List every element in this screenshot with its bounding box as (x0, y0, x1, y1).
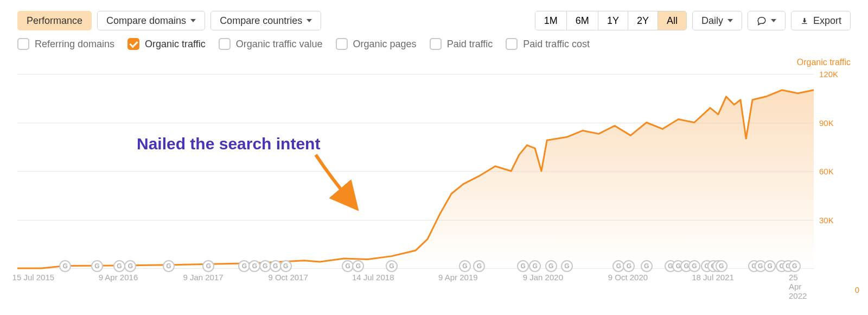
checkbox-icon (506, 38, 518, 50)
metric-label: Paid traffic cost (523, 39, 590, 50)
annotation-arrow-icon (310, 152, 365, 212)
granularity-dropdown[interactable]: Daily (692, 11, 742, 30)
metric-label: Paid traffic (447, 39, 493, 50)
compare-countries-dropdown[interactable]: Compare countries (210, 11, 321, 30)
range-6m[interactable]: 6M (567, 11, 598, 30)
export-label: Export (813, 15, 841, 27)
y-tick-label: 0 (855, 285, 859, 294)
metric-label: Organic pages (353, 39, 417, 50)
metric-label: Referring domains (35, 39, 114, 50)
x-tick-label: 9 Jan 2020 (523, 273, 563, 282)
toolbar-right: 1M6M1Y2YAll Daily Export (535, 11, 851, 30)
performance-tab[interactable]: Performance (17, 11, 92, 30)
checkbox-icon (336, 38, 348, 50)
x-tick-label: 9 Oct 2017 (268, 273, 308, 282)
x-tick-label: 9 Apr 2019 (438, 273, 478, 282)
x-axis: 15 Jul 20159 Apr 20169 Jan 20179 Oct 201… (17, 273, 814, 286)
y-tick-label: 30K (819, 215, 846, 224)
compare-countries-label: Compare countries (220, 15, 302, 27)
compare-domains-dropdown[interactable]: Compare domains (97, 11, 205, 30)
range-1m[interactable]: 1M (535, 11, 567, 30)
export-button[interactable]: Export (791, 11, 851, 30)
toolbar: Performance Compare domains Compare coun… (17, 11, 851, 30)
series-line (17, 74, 814, 268)
metric-referring-domains[interactable]: Referring domains (17, 38, 114, 50)
metric-organic-traffic[interactable]: Organic traffic (127, 38, 206, 50)
metric-organic-pages[interactable]: Organic pages (336, 38, 417, 50)
metric-label: Organic traffic value (236, 39, 323, 50)
chevron-down-icon (727, 19, 733, 22)
metric-toggles: Referring domainsOrganic trafficOrganic … (17, 38, 851, 50)
chevron-down-icon (307, 19, 312, 22)
x-tick-label: 18 Jul 2021 (692, 273, 734, 282)
y-tick-label: 120K (819, 70, 846, 79)
x-tick-label: 9 Apr 2016 (99, 273, 138, 282)
range-2y[interactable]: 2Y (628, 11, 658, 30)
metric-paid-traffic-cost[interactable]: Paid traffic cost (506, 38, 590, 50)
y-tick-label: 90K (819, 118, 846, 127)
metric-organic-traffic-value[interactable]: Organic traffic value (219, 38, 323, 50)
x-tick-label: 14 Jul 2018 (352, 273, 394, 282)
metric-paid-traffic[interactable]: Paid traffic (430, 38, 493, 50)
checkbox-icon (17, 38, 29, 50)
checkbox-icon (219, 38, 231, 50)
metric-label: Organic traffic (145, 39, 206, 50)
x-tick-label: 15 Jul 2015 (12, 273, 55, 282)
x-tick-label: 25 Apr 2022 (789, 273, 807, 300)
date-range-selector: 1M6M1Y2YAll (535, 11, 687, 30)
granularity-label: Daily (701, 15, 723, 27)
chevron-down-icon (771, 19, 776, 22)
chart-legend: Organic traffic (797, 58, 851, 67)
toolbar-left: Performance Compare domains Compare coun… (17, 11, 321, 30)
gridline (17, 268, 814, 269)
comment-icon (757, 16, 767, 26)
x-tick-label: 9 Oct 2020 (608, 273, 648, 282)
annotation-text: Nailed the search intent (137, 135, 320, 153)
x-tick-label: 9 Jan 2017 (183, 273, 223, 282)
plot-area[interactable]: 30K60K90K120KGGGGGGGGGGGGGGGGGGGGGGGGGGG… (17, 74, 814, 268)
chart: Organic traffic 30K60K90K120KGGGGGGGGGGG… (17, 54, 851, 288)
checkbox-icon (430, 38, 442, 50)
download-icon (800, 16, 809, 25)
compare-domains-label: Compare domains (106, 15, 186, 27)
checkbox-icon (127, 38, 139, 50)
y-tick-label: 60K (819, 167, 846, 176)
chevron-down-icon (190, 19, 196, 22)
range-1y[interactable]: 1Y (598, 11, 628, 30)
comments-dropdown[interactable] (748, 11, 786, 30)
range-all[interactable]: All (658, 11, 686, 30)
